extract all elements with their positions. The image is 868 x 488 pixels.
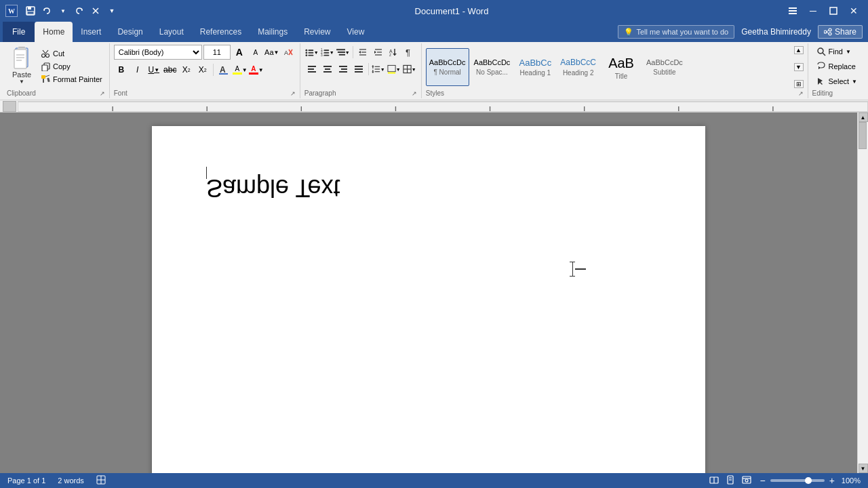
tab-design[interactable]: Design xyxy=(109,22,151,42)
replace-button[interactable]: Replace xyxy=(812,60,860,73)
strikethrough-button[interactable]: abc xyxy=(163,62,178,77)
shading-button[interactable]: ▼ xyxy=(387,62,401,77)
document-container[interactable]: Sample Text xyxy=(0,113,857,473)
tab-view[interactable]: View xyxy=(339,22,373,42)
close-button[interactable]: ✕ xyxy=(845,2,863,20)
tell-me-bar[interactable]: 💡 Tell me what you want to do xyxy=(618,25,734,39)
tab-mailings[interactable]: Mailings xyxy=(250,22,296,42)
zoom-level[interactable]: 100% xyxy=(840,476,863,485)
ribbon-display-button[interactable] xyxy=(784,2,802,20)
select-dropdown[interactable]: ▼ xyxy=(852,79,857,85)
tab-file[interactable]: File xyxy=(3,22,35,42)
underline-button[interactable]: U ▼ xyxy=(146,62,161,77)
style-subtitle[interactable]: AaBbCcDc Subtitle xyxy=(643,48,686,86)
styles-scroll-down[interactable]: ▼ xyxy=(794,63,804,71)
scroll-down-button[interactable]: ▼ xyxy=(859,464,868,473)
bullets-button[interactable]: ▼ xyxy=(304,45,319,60)
language-btn[interactable] xyxy=(94,475,108,486)
copy-button[interactable]: Copy xyxy=(38,60,105,73)
line-spacing-button[interactable]: ▼ xyxy=(371,62,386,77)
svg-point-12 xyxy=(829,33,831,35)
font-color-button[interactable]: A ▼ xyxy=(249,62,264,77)
scroll-up-button[interactable]: ▲ xyxy=(859,113,868,122)
zoom-slider[interactable] xyxy=(770,479,825,482)
select-button[interactable]: Select ▼ xyxy=(812,75,862,88)
find-dropdown[interactable]: ▼ xyxy=(846,49,851,55)
share-button[interactable]: Share xyxy=(818,25,863,39)
tab-references[interactable]: References xyxy=(192,22,250,42)
format-painter-button[interactable]: Format Painter xyxy=(38,73,105,85)
document-text[interactable]: Sample Text xyxy=(206,174,340,203)
word-count[interactable]: 2 words xyxy=(56,476,86,485)
svg-rect-65 xyxy=(308,71,316,73)
svg-rect-32 xyxy=(47,78,50,83)
superscript-button[interactable]: X2 xyxy=(195,62,210,77)
page-info[interactable]: Page 1 of 1 xyxy=(5,476,47,485)
save-button[interactable] xyxy=(23,3,38,18)
font-size-increase-button[interactable]: A xyxy=(232,45,247,60)
vertical-scrollbar[interactable]: ▲ ▼ xyxy=(857,113,868,473)
styles-controls: ▲ ▼ ⊞ xyxy=(794,45,804,89)
print-layout-button[interactable] xyxy=(724,475,737,486)
font-launcher[interactable]: ↗ xyxy=(290,90,296,97)
copy-label: Copy xyxy=(53,62,71,70)
font-name-select[interactable]: Calibri (Body) xyxy=(114,45,202,60)
maximize-button[interactable] xyxy=(825,2,842,20)
close-redo-button[interactable] xyxy=(88,3,103,18)
paste-button[interactable]: Paste ▼ xyxy=(7,45,37,86)
paragraph-group: ▼ 1. 2. 3. ▼ xyxy=(300,43,422,98)
style-nospace[interactable]: AaBbCcDc No Spac... xyxy=(471,48,514,86)
text-effects-button[interactable]: A xyxy=(216,62,231,77)
style-heading1[interactable]: AaBbCc Heading 1 xyxy=(515,48,555,86)
align-right-button[interactable] xyxy=(336,62,351,77)
styles-expand[interactable]: ⊞ xyxy=(794,80,804,88)
web-layout-button[interactable] xyxy=(740,475,753,486)
borders-button[interactable]: ▼ xyxy=(402,62,417,77)
font-size-input[interactable] xyxy=(203,45,231,60)
style-normal[interactable]: AaBbCcDc ¶ Normal xyxy=(426,48,469,86)
change-case-button[interactable]: Aa▼ xyxy=(264,45,279,60)
find-button[interactable]: Find ▼ xyxy=(812,45,855,58)
svg-line-14 xyxy=(827,30,829,33)
paste-dropdown[interactable]: ▼ xyxy=(19,79,24,85)
select-label: Select xyxy=(829,77,850,85)
clear-formatting-button[interactable]: A xyxy=(281,45,296,60)
style-heading2[interactable]: AaBbCcC Heading 2 xyxy=(557,48,599,86)
read-mode-button[interactable] xyxy=(707,475,721,486)
align-left-button[interactable] xyxy=(304,62,319,77)
paragraph-launcher[interactable]: ↗ xyxy=(412,90,417,97)
tab-layout[interactable]: Layout xyxy=(151,22,192,42)
align-center-button[interactable] xyxy=(320,62,335,77)
clipboard-launcher[interactable]: ↗ xyxy=(100,90,105,97)
cut-button[interactable]: Cut xyxy=(38,47,105,60)
undo-dropdown-button[interactable]: ▼ xyxy=(56,3,71,18)
ruler-corner[interactable] xyxy=(3,101,16,112)
multilevel-button[interactable]: ▼ xyxy=(336,45,351,60)
style-title[interactable]: AaB Title xyxy=(601,48,642,86)
justify-button[interactable] xyxy=(351,62,366,77)
tab-home[interactable]: Home xyxy=(35,22,73,42)
font-size-decrease-button[interactable]: A xyxy=(248,45,263,60)
zoom-out-button[interactable]: − xyxy=(757,475,767,486)
tab-insert[interactable]: Insert xyxy=(73,22,109,42)
zoom-in-button[interactable]: + xyxy=(827,475,837,486)
tab-review[interactable]: Review xyxy=(296,22,338,42)
undo-button[interactable] xyxy=(39,3,54,18)
svg-line-85 xyxy=(823,53,825,56)
subscript-button[interactable]: X2 xyxy=(179,62,194,77)
styles-gallery: AaBbCcDc ¶ Normal AaBbCcDc No Spac... Aa… xyxy=(426,45,793,89)
minimize-button[interactable]: ─ xyxy=(804,2,822,20)
bold-button[interactable]: B xyxy=(114,62,129,77)
italic-button[interactable]: I xyxy=(130,62,145,77)
styles-scroll-up[interactable]: ▲ xyxy=(794,46,804,54)
show-formatting-button[interactable]: ¶ xyxy=(402,45,417,60)
increase-indent-button[interactable] xyxy=(371,45,386,60)
styles-launcher[interactable]: ↗ xyxy=(798,90,804,97)
scroll-thumb[interactable] xyxy=(859,122,867,149)
highlight-button[interactable]: A ▼ xyxy=(233,62,248,77)
sort-button[interactable]: AZ xyxy=(387,45,401,60)
numbering-button[interactable]: 1. 2. 3. ▼ xyxy=(320,45,335,60)
decrease-indent-button[interactable] xyxy=(355,45,370,60)
redo-button[interactable] xyxy=(72,3,87,18)
customize-qat-button[interactable]: ▼ xyxy=(104,3,119,18)
